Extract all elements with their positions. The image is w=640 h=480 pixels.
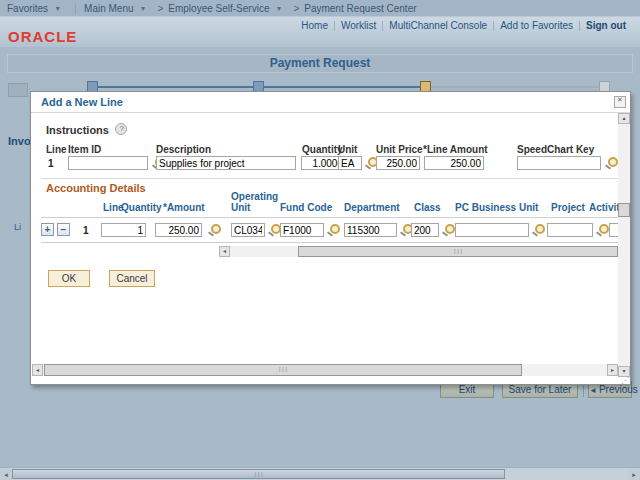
- divider: [334, 21, 335, 31]
- accounting-details-heading: Accounting Details: [46, 182, 146, 194]
- page-hscroll-thumb[interactable]: [12, 469, 505, 479]
- help-icon[interactable]: [115, 123, 127, 135]
- grid-hscroll-thumb[interactable]: [298, 246, 618, 257]
- dialog-horizontal-scrollbar[interactable]: ◂ ▸: [32, 364, 618, 376]
- speedchart-key-label: SpeedChart Key: [517, 144, 594, 155]
- grid-horizontal-scrollbar[interactable]: ◂: [219, 246, 618, 257]
- ok-button[interactable]: OK: [48, 270, 90, 287]
- unit-price-label: Unit Price: [376, 144, 423, 155]
- grid-header-pc-business-unit: PC Business Unit: [455, 202, 538, 213]
- line-amount-input[interactable]: [424, 156, 484, 170]
- pc-business-unit-lookup-icon[interactable]: [531, 224, 544, 237]
- pc-business-unit-input[interactable]: [455, 223, 529, 237]
- speedchart-lookup-icon[interactable]: [604, 157, 617, 170]
- application-window: Favorites ▼ Main Menu ▼ > Employee Self-…: [0, 0, 640, 480]
- add-new-line-dialog: Add a New Line Instructions Line Item ID…: [30, 91, 631, 385]
- close-icon[interactable]: [614, 96, 626, 108]
- grid-header-operating-unit: Operating Unit: [231, 191, 281, 213]
- chevron-down-icon: ▼: [54, 5, 61, 12]
- class-input[interactable]: [411, 223, 439, 237]
- scroll-left-icon[interactable]: ◂: [32, 364, 43, 376]
- header-links: Home Worklist MultiChannel Console Add t…: [295, 20, 632, 31]
- breadcrumb-payment-request-center[interactable]: Payment Request Center: [304, 3, 416, 14]
- department-input[interactable]: [344, 223, 397, 237]
- grid-header-fund-code: Fund Code: [280, 202, 332, 213]
- grid-border: [41, 242, 618, 243]
- arrow-left-icon: ◄: [589, 386, 597, 395]
- dialog-title: Add a New Line: [31, 92, 630, 113]
- grid-header-class: Class: [414, 202, 441, 213]
- divider: [382, 21, 383, 31]
- scroll-left-icon[interactable]: ◂: [0, 469, 12, 480]
- class-lookup-icon[interactable]: [441, 224, 454, 237]
- grid-header-quantity: Quantity: [121, 202, 162, 213]
- line-amount-label: *Line Amount: [423, 144, 488, 155]
- scroll-up-icon[interactable]: ▴: [618, 113, 630, 124]
- favorites-menu[interactable]: Favorites: [7, 3, 48, 14]
- speedchart-key-input[interactable]: [517, 156, 601, 170]
- divider: [75, 3, 76, 14]
- section-divider: [41, 178, 618, 179]
- breadcrumb-separator: >: [293, 3, 299, 14]
- home-link[interactable]: Home: [301, 20, 328, 31]
- background-tab: [8, 83, 28, 97]
- dialog-vscroll-thumb[interactable]: [618, 203, 630, 217]
- row-quantity-input[interactable]: [101, 223, 146, 237]
- grid-header-department: Department: [344, 202, 400, 213]
- divider: [579, 21, 580, 31]
- unit-label: Unit: [338, 144, 357, 155]
- row-amount-input[interactable]: [155, 223, 202, 237]
- remove-row-button[interactable]: −: [57, 223, 70, 236]
- breadcrumb-employee-self-service[interactable]: Employee Self-Service: [168, 3, 269, 14]
- project-input[interactable]: [547, 223, 593, 237]
- instructions-label: Instructions: [46, 124, 109, 136]
- scroll-right-icon[interactable]: ▸: [607, 364, 618, 376]
- breadcrumb: Favorites ▼ Main Menu ▼ > Employee Self-…: [0, 0, 640, 17]
- operating-unit-input[interactable]: [231, 223, 265, 237]
- grid-header-amount: *Amount: [163, 202, 205, 213]
- description-label: Description: [156, 144, 211, 155]
- grid-header-project: Project: [551, 202, 585, 213]
- breadcrumb-separator: >: [157, 3, 163, 14]
- item-id-input[interactable]: [68, 156, 148, 170]
- divider: [493, 21, 494, 31]
- fund-code-lookup-icon[interactable]: [326, 224, 339, 237]
- unit-input[interactable]: [338, 156, 362, 170]
- line-number-value: 1: [48, 158, 54, 169]
- row-line-number: 1: [83, 225, 89, 236]
- multichannel-console-link[interactable]: MultiChannel Console: [389, 20, 487, 31]
- scroll-right-icon[interactable]: ▸: [628, 469, 640, 480]
- grid-border: [41, 217, 618, 218]
- scroll-left-icon[interactable]: ◂: [219, 246, 230, 257]
- add-to-favorites-link[interactable]: Add to Favorites: [500, 20, 573, 31]
- scroll-down-icon[interactable]: ▾: [618, 366, 630, 377]
- page-title: Payment Request: [7, 54, 633, 73]
- sign-out-link[interactable]: Sign out: [586, 20, 626, 31]
- cancel-button[interactable]: Cancel: [109, 270, 155, 287]
- main-menu[interactable]: Main Menu: [84, 3, 133, 14]
- worklist-link[interactable]: Worklist: [341, 20, 376, 31]
- project-lookup-icon[interactable]: [595, 224, 608, 237]
- invoice-section-heading-clipped: Invo: [8, 135, 31, 147]
- line-label-clipped: Li: [14, 222, 21, 232]
- chevron-down-icon: ▼: [140, 5, 147, 12]
- dialog-vertical-scrollbar[interactable]: ▴ ▾: [618, 113, 630, 377]
- dialog-hscroll-thumb[interactable]: [44, 364, 522, 376]
- step-connector-pending: [425, 86, 605, 88]
- operating-unit-lookup-icon[interactable]: [267, 224, 280, 237]
- amount-lookup-icon[interactable]: [207, 224, 220, 237]
- page-horizontal-scrollbar[interactable]: ◂ ▸: [0, 467, 640, 480]
- chevron-down-icon: ▼: [275, 5, 282, 12]
- oracle-logo: ORACLE: [8, 28, 77, 45]
- fund-code-input[interactable]: [280, 223, 324, 237]
- description-input[interactable]: [156, 156, 296, 170]
- page-header: Home Worklist MultiChannel Console Add t…: [0, 17, 640, 47]
- line-label: Line: [46, 144, 67, 155]
- item-id-label: Item ID: [68, 144, 101, 155]
- add-row-button[interactable]: +: [41, 223, 54, 236]
- unit-price-input[interactable]: [376, 156, 420, 170]
- quantity-label: Quantity: [302, 144, 343, 155]
